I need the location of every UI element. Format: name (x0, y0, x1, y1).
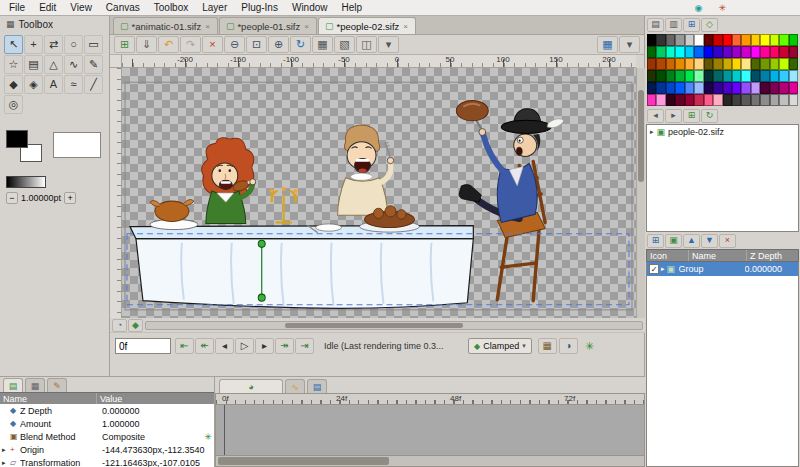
undo-button[interactable]: ↶ (158, 36, 179, 53)
palette-add-color-button[interactable]: ⊞ (683, 18, 700, 32)
palette-swatch[interactable] (760, 34, 769, 46)
zoom-out-button[interactable]: ⊖ (224, 36, 245, 53)
palette-swatch[interactable] (779, 34, 788, 46)
eyedrop-tool[interactable]: ◈ (24, 75, 43, 94)
palette-swatch[interactable] (704, 46, 713, 58)
tab-children[interactable]: ▦ (25, 378, 45, 392)
prev-keyframe-button[interactable]: ↞ (195, 338, 214, 354)
palette-swatch[interactable] (723, 82, 732, 94)
animate-mode-icon[interactable]: ✳ (585, 340, 594, 353)
palette-swatch[interactable] (751, 58, 760, 70)
menu-canvas[interactable]: Canvas (99, 1, 147, 14)
palette-swatch[interactable] (789, 94, 798, 106)
param-row-amount[interactable]: ◆Amount1.000000 (0, 417, 214, 430)
palette-swatch[interactable] (779, 82, 788, 94)
time-cursor[interactable] (224, 405, 225, 455)
param-value[interactable]: -144.473630px,-112.3540 (99, 445, 214, 455)
interpolation-combo[interactable]: ◆ Clamped ▾ (468, 338, 532, 354)
layers-new-button[interactable]: ⊞ (647, 234, 664, 248)
palette-swatch[interactable] (694, 46, 703, 58)
palette-open-button[interactable]: ▤ (647, 18, 664, 32)
canvas-menu-button[interactable]: ▾ (619, 36, 640, 53)
prev-frame-button[interactable]: ◂ (215, 338, 234, 354)
expander-icon[interactable]: ▸ (2, 459, 10, 467)
bounds-button[interactable]: ◆ (128, 319, 143, 332)
palette-swatch[interactable] (770, 94, 779, 106)
zoom-fit-button[interactable]: ⊡ (246, 36, 267, 53)
layer-expander-icon[interactable]: ▸ (661, 265, 665, 273)
menu-layer[interactable]: Layer (195, 1, 234, 14)
palette-swatch[interactable] (675, 82, 684, 94)
timetrack-ruler[interactable]: 0f24f48f72f (215, 393, 645, 405)
palette-swatch[interactable] (666, 82, 675, 94)
transform-handle[interactable] (258, 240, 265, 247)
palette-swatch[interactable] (656, 46, 665, 58)
menu-edit[interactable]: Edit (32, 1, 63, 14)
param-row-z-depth[interactable]: ◆Z Depth0.000000 (0, 404, 214, 417)
canvas-vscrollbar[interactable] (636, 68, 645, 318)
palette-swatch[interactable] (732, 70, 741, 82)
palette-swatch[interactable] (723, 34, 732, 46)
time-field[interactable] (115, 338, 171, 354)
palette-swatch[interactable] (760, 94, 769, 106)
palette-swatch[interactable] (723, 46, 732, 58)
palette-swatch[interactable] (770, 58, 779, 70)
play-button[interactable]: ▷ (235, 338, 254, 354)
palette-swatch[interactable] (647, 58, 656, 70)
palette-swatch[interactable] (732, 46, 741, 58)
palette-swatch[interactable] (723, 70, 732, 82)
palette-swatch[interactable] (647, 94, 656, 106)
palette-swatch[interactable] (656, 70, 665, 82)
canvas-tab-people-02-sifz[interactable]: ▢*people-02.sifz× (318, 17, 416, 34)
seek-begin-button[interactable]: ⇤ (175, 338, 194, 354)
timetrack-body[interactable] (215, 405, 645, 455)
draw-tool[interactable]: ✎ (84, 55, 103, 74)
palette-swatch[interactable] (770, 82, 779, 94)
artwork-table[interactable] (130, 226, 473, 309)
gradient-tool[interactable]: ▤ (24, 55, 43, 74)
width-tool[interactable]: ≈ (64, 75, 83, 94)
palette-swatch[interactable] (779, 70, 788, 82)
library-add-button[interactable]: ⊞ (683, 109, 700, 123)
palette-swatch[interactable] (694, 34, 703, 46)
layers-group-button[interactable]: ▣ (665, 234, 682, 248)
palette-save-button[interactable]: ▥ (665, 18, 682, 32)
palette-swatch[interactable] (779, 58, 788, 70)
palette-swatch[interactable] (704, 34, 713, 46)
palette-swatch[interactable] (779, 94, 788, 106)
palette-swatch[interactable] (694, 94, 703, 106)
palette-swatch[interactable] (704, 58, 713, 70)
palette-swatch[interactable] (741, 46, 750, 58)
transform-tool[interactable]: ↖ (4, 35, 23, 54)
zoom-tool[interactable]: ◎ (4, 95, 23, 114)
palette-swatch[interactable] (647, 70, 656, 82)
zoom-in-button[interactable]: ⊕ (268, 36, 289, 53)
palette-swatch[interactable] (675, 70, 684, 82)
layer-row-group[interactable]: ✓ ▸ ▣ Group 0.000000 (647, 262, 798, 276)
refresh-button[interactable]: ↻ (290, 36, 311, 53)
layers-lower-button[interactable]: ▼ (701, 234, 718, 248)
param-row-blend-method[interactable]: ▣Blend MethodComposite✳ (0, 430, 214, 443)
tab-close-icon[interactable]: × (402, 22, 409, 31)
palette-swatch[interactable] (732, 34, 741, 46)
snap-grid-button[interactable]: ▧ (334, 36, 355, 53)
menu-plug-ins[interactable]: Plug-Ins (234, 1, 285, 14)
palette-swatch[interactable] (685, 70, 694, 82)
palette-swatch[interactable] (704, 70, 713, 82)
preview-options-button[interactable]: ◑ (559, 338, 578, 354)
vertical-ruler[interactable] (110, 68, 122, 318)
tab-curves[interactable]: ∿ (285, 379, 305, 393)
spline-tool[interactable]: ∿ (64, 55, 83, 74)
canvas-tab-animatic-01-sifz[interactable]: ▢*animatic-01.sifz× (113, 17, 218, 34)
palette-swatch[interactable] (732, 82, 741, 94)
fg-color-swatch[interactable] (6, 130, 28, 148)
rectangle-tool[interactable]: ▭ (84, 35, 103, 54)
palette-swatch[interactable] (760, 70, 769, 82)
palette-swatch[interactable] (789, 82, 798, 94)
tab-params[interactable]: ▤ (3, 378, 23, 392)
palette-swatch[interactable] (675, 58, 684, 70)
palette-swatch[interactable] (732, 58, 741, 70)
palette-swatch[interactable] (685, 94, 694, 106)
palette-swatch[interactable] (741, 70, 750, 82)
time-loop-button[interactable]: ◔ (112, 319, 127, 332)
